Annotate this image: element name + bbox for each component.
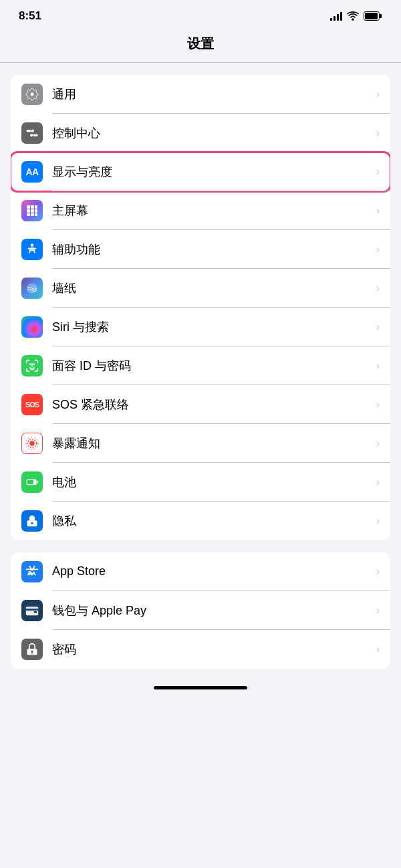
privacy-icon [21, 510, 43, 532]
aa-icon: AA [21, 161, 43, 183]
battery-icon [21, 471, 43, 493]
display-label: 显示与亮度 [52, 164, 372, 180]
svg-point-0 [352, 18, 354, 21]
svg-point-21 [31, 243, 34, 247]
accessibility-label: 辅助功能 [52, 241, 372, 257]
chevron-icon: › [376, 360, 380, 372]
siri-label: Siri 与搜索 [52, 319, 372, 335]
svg-rect-31 [26, 607, 38, 615]
app-store-label: App Store [52, 564, 372, 578]
home-screen-label: 主屏幕 [52, 203, 372, 219]
chevron-icon: › [376, 205, 380, 217]
top-divider [0, 62, 401, 63]
svg-rect-13 [31, 205, 34, 209]
appstore-icon: A [21, 561, 43, 582]
settings-item-wallet[interactable]: 钱包与 Apple Pay › [11, 591, 390, 630]
svg-rect-19 [31, 213, 34, 216]
status-time: 8:51 [19, 9, 41, 23]
svg-rect-33 [34, 611, 37, 613]
chevron-icon: › [376, 88, 380, 100]
chevron-icon: › [376, 605, 380, 617]
settings-item-wallpaper[interactable]: 墙纸 › [11, 269, 390, 308]
settings-item-general[interactable]: 通用 › [11, 75, 390, 114]
home-indicator [0, 681, 401, 693]
settings-item-app-store[interactable]: A App Store › [11, 552, 390, 591]
chevron-icon: › [376, 515, 380, 527]
settings-group-1: 通用 › 控制中心 › AA 显示与亮度 › [11, 75, 390, 540]
svg-rect-15 [27, 209, 30, 213]
control-center-label: 控制中心 [52, 125, 372, 141]
chevron-icon: › [376, 399, 380, 411]
svg-rect-26 [37, 481, 38, 483]
settings-item-exposure[interactable]: 暴露通知 › [11, 424, 390, 463]
svg-point-22 [29, 441, 34, 445]
battery-status-icon [364, 11, 382, 21]
svg-rect-12 [27, 205, 30, 209]
svg-rect-18 [27, 213, 30, 216]
svg-rect-3 [365, 13, 378, 19]
toggle-icon [21, 122, 43, 144]
wallpaper-icon [21, 278, 43, 299]
svg-rect-14 [35, 205, 37, 209]
chevron-icon: › [376, 127, 380, 139]
exposure-label: 暴露通知 [52, 435, 372, 451]
chevron-icon: › [376, 243, 380, 255]
settings-item-control-center[interactable]: 控制中心 › [11, 114, 390, 152]
settings-item-accessibility[interactable]: 辅助功能 › [11, 230, 390, 269]
settings-item-password[interactable]: 密码 › [11, 630, 390, 669]
sos-icon: SOS [21, 394, 43, 415]
settings-item-sos[interactable]: SOS SOS 紧急联络 › [11, 385, 390, 424]
battery-label: 电池 [52, 474, 372, 490]
face-id-label: 面容 ID 与密码 [52, 358, 372, 374]
svg-rect-2 [380, 14, 382, 18]
chevron-icon: › [376, 476, 380, 488]
chevron-icon: › [376, 643, 380, 655]
settings-item-home-screen[interactable]: 主屏幕 › [11, 191, 390, 230]
sos-label: SOS 紧急联络 [52, 397, 372, 413]
page-title-bar: 设置 [0, 29, 401, 62]
grid-icon [21, 200, 43, 221]
chevron-icon: › [376, 166, 380, 178]
gear-icon [21, 84, 43, 105]
chevron-icon: › [376, 282, 380, 294]
wifi-icon [347, 11, 359, 21]
status-bar: 8:51 [0, 0, 401, 29]
svg-rect-16 [31, 209, 34, 213]
signal-icon [330, 11, 342, 21]
svg-point-35 [31, 650, 33, 652]
privacy-label: 隐私 [52, 513, 372, 529]
accessibility-icon [21, 239, 43, 260]
wallet-icon [21, 600, 43, 621]
svg-point-6 [31, 129, 34, 132]
svg-rect-32 [26, 609, 38, 611]
password-label: 密码 [52, 641, 372, 657]
svg-rect-20 [35, 213, 37, 216]
chevron-icon: › [376, 566, 380, 578]
page-title: 设置 [187, 36, 214, 51]
settings-item-display[interactable]: AA 显示与亮度 › [11, 152, 390, 191]
chevron-icon: › [376, 437, 380, 449]
settings-item-battery[interactable]: 电池 › [11, 463, 390, 502]
face-id-icon [21, 355, 43, 376]
settings-group-2: A App Store › 钱包与 Apple Pay › [11, 552, 390, 669]
password-icon [21, 639, 43, 660]
svg-rect-17 [35, 209, 37, 213]
chevron-icon: › [376, 321, 380, 333]
settings-item-siri[interactable]: Siri 与搜索 › [11, 308, 390, 346]
status-icons [330, 11, 382, 21]
siri-icon [21, 316, 43, 338]
wallet-label: 钱包与 Apple Pay [52, 603, 372, 619]
settings-item-privacy[interactable]: 隐私 › [11, 502, 390, 540]
exposure-icon [21, 433, 43, 454]
wallpaper-label: 墙纸 [52, 280, 372, 296]
home-indicator-bar [154, 686, 247, 689]
general-label: 通用 [52, 86, 372, 102]
svg-point-29 [31, 522, 33, 524]
settings-item-face-id[interactable]: 面容 ID 与密码 › [11, 346, 390, 385]
svg-rect-27 [27, 480, 33, 484]
svg-point-7 [30, 134, 33, 136]
